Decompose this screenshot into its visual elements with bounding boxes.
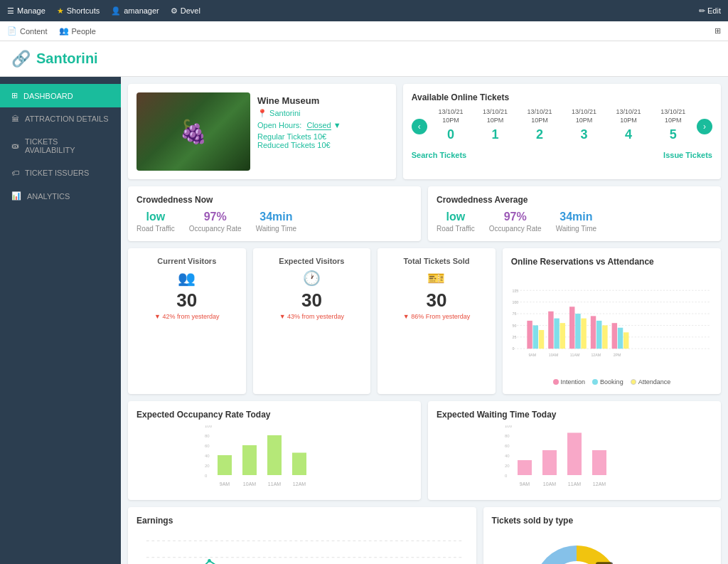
svg-rect-22 <box>581 319 586 349</box>
svg-text:11AM: 11AM <box>569 353 579 357</box>
edit-button[interactable]: ✏ Edit <box>699 6 721 16</box>
secnav-items: 📄 Content 👥 People <box>7 26 96 36</box>
search-tickets-button[interactable]: Search Tickets <box>412 151 466 159</box>
user-icon: 👤 <box>111 6 121 16</box>
occupancy-chart-card: Expected Occupancy Rate Today 9AM10AM11A… <box>128 401 421 500</box>
tickets-actions: Search Tickets Issue Tickets <box>412 151 712 159</box>
expected-visitors-value: 30 <box>262 289 363 312</box>
svg-rect-16 <box>548 312 553 348</box>
sidebar-item-dashboard[interactable]: ⊞ DASHBOARD <box>0 84 121 107</box>
svg-rect-21 <box>575 314 580 348</box>
tickets-next-button[interactable]: › <box>697 119 712 134</box>
location-pin-icon: 📍 <box>257 109 267 117</box>
svg-text:80: 80 <box>205 434 210 438</box>
sidebar-item-attraction[interactable]: 🏛 ATTRACTION DETAILS <box>0 107 121 130</box>
dashboard-icon: ⊞ <box>11 91 18 100</box>
topbar-left: ☰ Manage ★ Shortcuts 👤 amanager ⚙ Devel <box>7 6 200 16</box>
svg-text:100: 100 <box>512 300 518 304</box>
crowd-avg-occupancy: 97% Occupancy Rate <box>489 211 542 233</box>
manage-menu[interactable]: ☰ Manage <box>7 6 46 16</box>
svg-text:10AM: 10AM <box>549 353 559 357</box>
ticket-slot[interactable]: 13/10/2110PM 2 <box>520 108 560 145</box>
secnav-people[interactable]: 👥 People <box>59 26 96 36</box>
booking-dot <box>592 379 598 385</box>
crowd-avg-occupancy-value: 97% <box>489 211 542 223</box>
crowd-avg-waiting: 34min Waiting Time <box>556 211 596 233</box>
issue-tickets-button[interactable]: Issue Tickets <box>663 151 712 159</box>
user-menu[interactable]: 👤 amanager <box>111 6 159 16</box>
svg-rect-36 <box>267 435 282 475</box>
ticket-slot[interactable]: 13/10/2110PM 4 <box>609 108 648 145</box>
svg-text:9AM: 9AM <box>528 353 536 357</box>
main-content: 🍇 Wine Museum 📍 Santorini Open Hours: Cl… <box>121 77 728 564</box>
charts-row: Expected Occupancy Rate Today 9AM10AM11A… <box>128 401 721 500</box>
crowd-now-traffic-value: low <box>136 211 175 223</box>
crowd-now-waiting: 34min Waiting Time <box>256 211 296 233</box>
ticket-slot[interactable]: 13/10/2110PM 0 <box>432 108 471 145</box>
clock-icon: 🕐 <box>262 270 363 287</box>
crowd-avg-waiting-label: Waiting Time <box>556 225 596 233</box>
svg-text:10AM: 10AM <box>543 481 556 486</box>
gear-icon: ⚙ <box>171 6 178 16</box>
sidebar-label-tickets: TICKETS AVAILABILITY <box>25 137 109 154</box>
svg-rect-30 <box>623 332 628 348</box>
topbar: ☰ Manage ★ Shortcuts 👤 amanager ⚙ Devel … <box>0 0 728 21</box>
svg-rect-17 <box>554 319 559 349</box>
svg-rect-25 <box>596 321 601 348</box>
tickets-by-type-card: Tickets sold by type 29.3%31.4%39.3% Fre… <box>483 507 721 564</box>
top-section: 🍇 Wine Museum 📍 Santorini Open Hours: Cl… <box>128 84 721 179</box>
ticket-slot[interactable]: 13/10/2110PM 5 <box>653 108 692 145</box>
sidebar-label-attraction: ATTRACTION DETAILS <box>25 115 109 123</box>
sidebar-item-analytics[interactable]: 📊 ANALYTICS <box>0 184 121 208</box>
devel-label: Devel <box>181 6 200 15</box>
sidebar-item-issuers[interactable]: 🏷 TICKET ISSUERS <box>0 161 121 184</box>
svg-text:125: 125 <box>512 289 518 293</box>
crowd-avg-metrics: low Road Traffic 97% Occupancy Rate 34mi… <box>437 211 712 233</box>
pencil-icon: ✏ <box>699 6 705 15</box>
online-reservations-card: Online Reservations vs Attendance 025507… <box>503 248 721 394</box>
svg-text:80: 80 <box>505 434 510 438</box>
svg-rect-38 <box>292 453 306 476</box>
sidebar-label-issuers: TICKET ISSUERS <box>25 169 89 177</box>
attraction-icon: 🏛 <box>11 115 19 123</box>
tickets-prev-button[interactable]: ‹ <box>412 119 427 134</box>
ticket-slot[interactable]: 13/10/2110PM 1 <box>476 108 515 145</box>
svg-text:20: 20 <box>205 464 210 468</box>
donut-area: 29.3%31.4%39.3% Free Reduce Regular <box>492 531 712 564</box>
svg-text:9AM: 9AM <box>220 481 230 486</box>
online-reservations-title: Online Reservations vs Attendance <box>511 257 712 267</box>
waiting-chart-card: Expected Waiting Time Today 9AM10AM11AM1… <box>428 401 721 500</box>
current-visitors-change: ▼ 42% from yesterday <box>136 313 237 320</box>
secnav-toggle[interactable]: ⊞ <box>714 26 721 36</box>
reservations-legend: Intention Booking Attendance <box>511 378 712 385</box>
total-tickets-value: 30 <box>386 289 487 312</box>
legend-intention: Intention <box>553 378 586 385</box>
secnav-content[interactable]: 📄 Content <box>7 26 48 36</box>
svg-rect-24 <box>591 316 596 348</box>
shortcuts-menu[interactable]: ★ Shortcuts <box>57 6 100 16</box>
crowd-avg-traffic-label: Road Traffic <box>437 225 475 233</box>
attraction-info: Wine Museum 📍 Santorini Open Hours: Clos… <box>257 92 341 171</box>
expected-visitors-card: Expected Visitors 🕐 30 ▼ 43% from yester… <box>253 248 371 394</box>
logo-icon: 🔗 <box>11 50 31 68</box>
donut-chart: 29.3%31.4%39.3% <box>520 531 633 564</box>
ticket-slot[interactable]: 13/10/2110PM 3 <box>564 108 604 145</box>
crowdedness-now-title: Crowdedness Now <box>136 195 412 205</box>
occupancy-chart: 9AM10AM11AM12AM020406080100 <box>136 425 412 489</box>
svg-text:60: 60 <box>205 444 210 448</box>
devel-menu[interactable]: ⚙ Devel <box>171 6 200 16</box>
crowd-avg-traffic: low Road Traffic <box>437 211 475 233</box>
svg-text:12AM: 12AM <box>593 481 606 486</box>
regular-tickets: Regular Tickets 10€ <box>257 132 341 141</box>
svg-rect-26 <box>602 325 607 348</box>
crowd-avg-waiting-value: 34min <box>556 211 596 223</box>
svg-text:20: 20 <box>505 464 510 468</box>
total-tickets-change: ▼ 86% From yesterday <box>386 313 487 320</box>
crowd-now-traffic-label: Road Traffic <box>136 225 175 233</box>
analytics-icon: 📊 <box>11 191 21 201</box>
dropdown-icon[interactable]: ▼ <box>333 121 341 129</box>
crowd-now-metrics: low Road Traffic 97% Occupancy Rate 34mi… <box>136 211 412 233</box>
sidebar-item-tickets[interactable]: 🎟 TICKETS AVAILABILITY <box>0 130 121 161</box>
tickets-icon: 🎟 <box>11 142 19 150</box>
waiting-chart: 9AM10AM11AM12AM020406080100 <box>437 425 712 489</box>
